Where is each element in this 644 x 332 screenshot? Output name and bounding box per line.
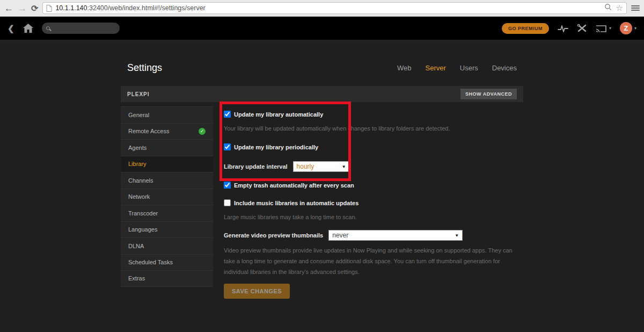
empty-trash-checkbox[interactable]: [224, 182, 231, 189]
go-premium-button[interactable]: GO PREMIUM: [502, 23, 549, 34]
tab-web[interactable]: Web: [397, 64, 412, 72]
sidebar-item-transcoder[interactable]: Transcoder: [121, 205, 213, 221]
settings-tools-icon[interactable]: [577, 24, 587, 33]
empty-trash-row: Empty trash automatically after every sc…: [224, 182, 523, 189]
tab-users[interactable]: Users: [460, 64, 478, 72]
tab-server[interactable]: Server: [426, 64, 446, 72]
thumbnails-value: never: [332, 232, 348, 239]
update-auto-label[interactable]: Update my library automatically: [234, 111, 323, 118]
browser-forward-button[interactable]: →: [18, 4, 27, 13]
settings-page: Settings Web Server Users Devices PLEXPI…: [0, 40, 644, 332]
cast-caret-icon: ▾: [609, 26, 611, 31]
address-bar[interactable]: 10.1.1.140:32400/web/index.html#!/settin…: [42, 2, 627, 14]
user-caret-icon: ▾: [634, 26, 636, 31]
sidebar-item-dlna[interactable]: DLNA: [121, 237, 213, 254]
server-name: PLEXPI: [127, 91, 150, 97]
thumbnails-row: Generate video preview thumbnails never …: [224, 230, 523, 241]
update-interval-label: Library update interval: [224, 163, 288, 170]
user-menu[interactable]: Z ▾: [620, 22, 636, 34]
settings-tabs: Web Server Users Devices: [397, 64, 517, 72]
settings-sidebar: General Remote Access✓ Agents Library Ch…: [121, 106, 213, 299]
remote-access-ok-icon: ✓: [199, 128, 206, 135]
search-input[interactable]: [53, 25, 115, 32]
zoom-search-icon[interactable]: [604, 3, 612, 13]
thumbnails-label: Generate video preview thumbnails: [224, 232, 323, 239]
sidebar-item-library[interactable]: Library: [121, 156, 213, 172]
server-header-bar: PLEXPI SHOW ADVANCED: [121, 86, 523, 102]
page-title: Settings: [127, 62, 162, 74]
bookmark-star-icon[interactable]: ☆: [616, 3, 623, 13]
tab-devices[interactable]: Devices: [492, 64, 517, 72]
url-host: 10.1.1.140: [55, 4, 87, 12]
update-auto-checkbox[interactable]: [224, 111, 231, 118]
url-text[interactable]: 10.1.1.140:32400/web/index.html#!/settin…: [55, 4, 601, 12]
select-arrow-icon: ▼: [455, 233, 459, 238]
search-icon: [46, 26, 50, 30]
include-music-help: Large music libraries may take a long ti…: [224, 212, 523, 222]
save-changes-button[interactable]: SAVE CHANGES: [224, 284, 290, 299]
thumbnails-help: Video preview thumbnails provide live up…: [224, 245, 523, 277]
sidebar-item-network[interactable]: Network: [121, 189, 213, 205]
plex-header: ❮ GO PREMIUM ▾ Z ▾: [0, 17, 644, 40]
update-periodically-row: Update my library periodically: [224, 143, 523, 150]
browser-menu-icon[interactable]: [631, 5, 640, 11]
sidebar-item-scheduled-tasks[interactable]: Scheduled Tasks: [121, 254, 213, 271]
include-music-checkbox[interactable]: [224, 199, 231, 206]
sidebar-item-channels[interactable]: Channels: [121, 172, 213, 189]
sidebar-item-languages[interactable]: Languages: [121, 221, 213, 238]
browser-toolbar: ← → ⟳ 10.1.1.140:32400/web/index.html#!/…: [0, 0, 644, 17]
update-interval-value: hourly: [297, 163, 314, 170]
update-interval-select[interactable]: hourly ▼: [293, 161, 350, 172]
update-interval-row: Library update interval hourly ▼: [224, 161, 523, 172]
sidebar-item-agents[interactable]: Agents: [121, 139, 213, 156]
update-periodically-checkbox[interactable]: [224, 143, 231, 150]
update-auto-help: Your library will be updated automatical…: [224, 123, 523, 134]
empty-trash-label[interactable]: Empty trash automatically after every sc…: [234, 182, 354, 189]
sidebar-item-general[interactable]: General: [121, 106, 213, 123]
thumbnails-select[interactable]: never ▼: [328, 230, 463, 241]
sidebar-item-remote-access[interactable]: Remote Access✓: [121, 123, 213, 140]
home-icon[interactable]: [23, 24, 33, 33]
avatar: Z: [620, 22, 632, 34]
browser-reload-button[interactable]: ⟳: [31, 3, 38, 13]
url-path: :32400/web/index.html#!/settings/server: [87, 4, 206, 12]
include-music-row: Include music libraries in automatic upd…: [224, 199, 523, 206]
include-music-label[interactable]: Include music libraries in automatic upd…: [234, 200, 358, 206]
select-arrow-icon: ▼: [342, 164, 346, 169]
library-settings-form: Update my library automatically Your lib…: [213, 106, 523, 299]
show-advanced-button[interactable]: SHOW ADVANCED: [460, 89, 517, 99]
activity-icon[interactable]: [558, 24, 568, 33]
back-chevron-icon[interactable]: ❮: [8, 24, 14, 33]
page-icon: [46, 5, 52, 12]
update-periodically-label[interactable]: Update my library periodically: [234, 144, 318, 150]
search-box[interactable]: [42, 23, 120, 34]
sidebar-item-extras[interactable]: Extras: [121, 270, 213, 287]
update-auto-row: Update my library automatically: [224, 111, 523, 118]
browser-back-button[interactable]: ←: [4, 4, 13, 13]
cast-icon[interactable]: ▾: [596, 24, 611, 33]
